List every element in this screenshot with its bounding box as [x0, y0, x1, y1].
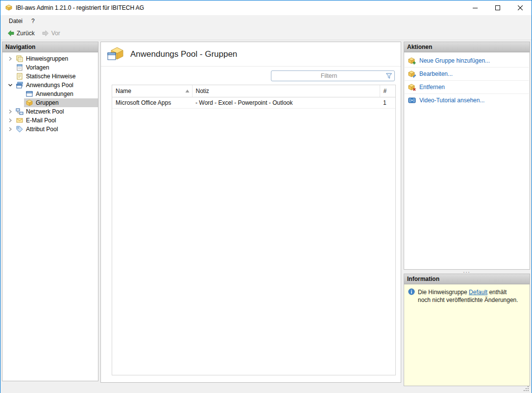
title-bar: IBI-aws Admin 1.21.0 - registriert für I…: [0, 0, 532, 15]
edit-group-icon: [408, 70, 416, 78]
hint-groups-icon: [16, 55, 24, 63]
forward-button[interactable]: Vor: [39, 28, 63, 38]
cell-notiz: - Word - Excel - Powerpoint - Outlook: [192, 97, 380, 109]
navigation-tree: Hinweisgruppen Vorlagen Statische Hinwei…: [2, 52, 98, 381]
maximize-button[interactable]: [486, 0, 509, 15]
cell-count: 1: [380, 97, 395, 109]
chevron-spacer: [6, 64, 14, 71]
action-video-tutorial[interactable]: Video-Tutorial ansehen...: [404, 94, 530, 107]
chevron-spacer: [6, 72, 14, 80]
forward-button-label: Vor: [51, 30, 60, 37]
tree-item-label[interactable]: Attribut Pool: [26, 126, 58, 133]
menu-datei[interactable]: Datei: [4, 16, 27, 26]
window-controls: [464, 0, 532, 15]
filter-funnel-icon[interactable]: [386, 72, 392, 79]
filter-box: [271, 70, 395, 81]
templates-icon: [16, 64, 24, 71]
actions-panel-header: Aktionen: [404, 42, 530, 52]
close-button[interactable]: [509, 0, 532, 15]
new-group-icon: [408, 57, 416, 65]
tree-item-hinweisgruppen[interactable]: Hinweisgruppen: [2, 54, 98, 63]
action-new-group[interactable]: Neue Gruppe hinzufügen...: [404, 54, 530, 67]
close-icon: [518, 5, 523, 10]
maximize-icon: [495, 5, 500, 10]
navigation-panel: Navigation Hinweisgruppen Vorlagen: [2, 42, 98, 381]
tree-item-netzwerk-pool[interactable]: Netzwerk Pool: [2, 107, 98, 116]
app-window: IBI-aws Admin 1.21.0 - registriert für I…: [0, 0, 532, 393]
navigation-panel-header: Navigation: [2, 42, 98, 52]
information-message: Die Hinweisgruppe Default enthält noch n…: [418, 288, 518, 304]
tree-item-label[interactable]: Statische Hinweise: [26, 73, 75, 80]
information-panel-header: Information: [404, 274, 530, 284]
info-icon: [408, 288, 415, 295]
back-button[interactable]: Zurück: [4, 28, 38, 38]
column-header-notiz[interactable]: Notiz: [192, 85, 380, 97]
back-button-label: Zurück: [17, 30, 35, 37]
resize-grip[interactable]: [523, 386, 530, 392]
chevron-right-icon[interactable]: [6, 108, 14, 116]
right-column: Aktionen Neue Gruppe hinzufügen... Bearb…: [404, 42, 530, 386]
chevron-right-icon[interactable]: [6, 116, 14, 124]
applications-icon: [25, 90, 33, 98]
video-tutorial-icon: [408, 96, 416, 104]
table-row[interactable]: Microsoft Office Apps - Word - Excel - P…: [112, 97, 395, 109]
action-video-tutorial-label[interactable]: Video-Tutorial ansehen...: [419, 97, 484, 104]
default-group-link[interactable]: Default: [469, 289, 487, 296]
minimize-button[interactable]: [464, 0, 486, 15]
app-icon: [5, 4, 13, 12]
action-remove[interactable]: Entfernen: [404, 81, 530, 93]
chevron-right-icon[interactable]: [6, 125, 14, 133]
tree-item-label[interactable]: E-Mail Pool: [26, 117, 56, 124]
attribute-pool-icon: [16, 125, 24, 133]
actions-panel: Aktionen Neue Gruppe hinzufügen... Bearb…: [404, 42, 530, 270]
nav-toolbar: Zurück Vor: [0, 27, 532, 40]
tree-item-label[interactable]: Hinweisgruppen: [26, 55, 68, 62]
action-list: Neue Gruppe hinzufügen... Bearbeiten... …: [404, 52, 530, 107]
tree-item-anwendungen[interactable]: Anwendungen: [2, 90, 98, 98]
filter-row: [101, 67, 401, 85]
tree-item-gruppen[interactable]: Gruppen: [2, 98, 98, 107]
chevron-down-icon[interactable]: [6, 81, 14, 89]
tree-item-label[interactable]: Netzwerk Pool: [26, 108, 64, 115]
main-panel: Anwendungs Pool - Gruppen Name: [100, 42, 401, 383]
panel-splitter[interactable]: ...: [404, 270, 530, 274]
tree-item-label[interactable]: Anwendungen: [36, 91, 73, 97]
column-header-name[interactable]: Name: [112, 85, 192, 97]
information-body: Die Hinweisgruppe Default enthält noch n…: [404, 284, 530, 386]
chevron-right-icon[interactable]: [6, 55, 14, 63]
groups-table: Name Notiz # Microsoft Office Apps - Wor…: [112, 85, 396, 375]
network-pool-icon: [16, 108, 24, 116]
static-hints-icon: [16, 72, 24, 80]
info-text-before: Die Hinweisgruppe: [418, 289, 469, 296]
tree-item-email-pool[interactable]: E-Mail Pool: [2, 116, 98, 125]
table-header-row: Name Notiz #: [112, 85, 395, 97]
action-edit[interactable]: Bearbeiten...: [404, 68, 530, 80]
action-remove-label[interactable]: Entfernen: [419, 84, 445, 91]
main-title-row: Anwendungs Pool - Gruppen: [101, 42, 401, 67]
action-edit-label[interactable]: Bearbeiten...: [419, 70, 453, 77]
remove-group-icon: [408, 83, 416, 91]
tree-item-statische-hinweise[interactable]: Statische Hinweise: [2, 72, 98, 81]
content-area: Navigation Hinweisgruppen Vorlagen: [0, 40, 532, 393]
tree-item-anwendungs-pool[interactable]: Anwendungs Pool: [2, 81, 98, 90]
minimize-icon: [473, 5, 478, 10]
page-title: Anwendungs Pool - Gruppen: [130, 49, 237, 59]
group-pool-icon: [107, 46, 123, 62]
menu-help[interactable]: ?: [27, 16, 39, 26]
tree-item-vorlagen[interactable]: Vorlagen: [2, 63, 98, 72]
sort-ascending-icon[interactable]: [185, 89, 190, 93]
tree-item-label[interactable]: Vorlagen: [26, 64, 49, 71]
tree-item-attribut-pool[interactable]: Attribut Pool: [2, 125, 98, 134]
forward-arrow-icon: [42, 29, 49, 37]
column-header-count[interactable]: #: [380, 85, 395, 97]
filter-input[interactable]: [271, 70, 395, 81]
cell-name: Microsoft Office Apps: [112, 97, 192, 109]
action-new-group-label[interactable]: Neue Gruppe hinzufügen...: [419, 57, 490, 64]
back-arrow-icon: [7, 29, 15, 37]
tree-item-label[interactable]: Gruppen: [36, 99, 59, 106]
application-pool-icon: [16, 81, 24, 89]
groups-icon: [25, 99, 33, 107]
information-panel: Information Die Hinweisgruppe Default en…: [404, 274, 530, 386]
tree-item-label[interactable]: Anwendungs Pool: [26, 82, 73, 89]
email-pool-icon: [16, 116, 24, 124]
